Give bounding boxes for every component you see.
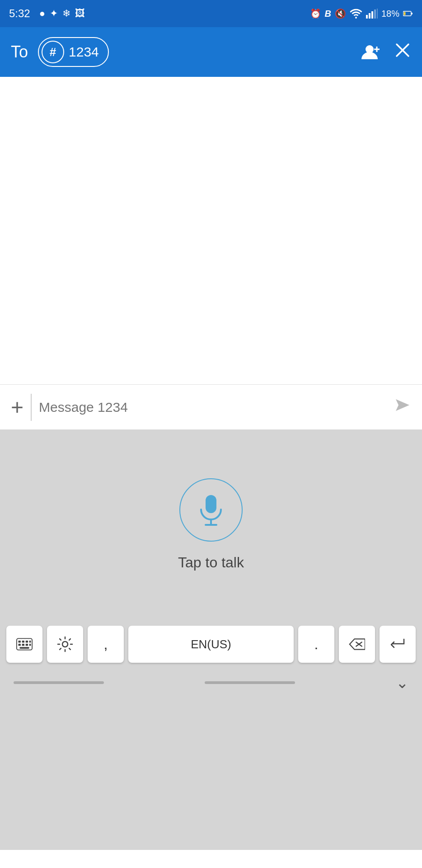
tap-to-talk-label: Tap to talk — [178, 554, 244, 571]
svg-rect-7 — [411, 13, 413, 14]
keyboard-settings-key[interactable] — [47, 626, 83, 663]
settings-icon — [57, 636, 73, 652]
battery-percent: 18% — [381, 9, 399, 19]
period-key[interactable]: . — [298, 626, 334, 663]
svg-rect-2 — [371, 11, 373, 19]
svg-rect-0 — [366, 15, 368, 19]
alarm-icon: ⏰ — [310, 8, 321, 19]
status-left: 5:32 ● ✦ ❄ 🖼 — [9, 7, 85, 20]
send-icon — [394, 397, 411, 413]
backspace-icon — [349, 636, 365, 652]
svg-point-27 — [62, 642, 68, 647]
to-label: To — [11, 42, 28, 61]
add-person-icon — [361, 44, 380, 60]
add-attachment-button[interactable]: + — [11, 396, 23, 418]
svg-rect-18 — [19, 641, 21, 643]
keyboard-hide-button[interactable]: ⌄ — [396, 674, 408, 692]
comma-key[interactable]: , — [88, 626, 124, 663]
snowflake-icon: ❄ — [62, 8, 70, 19]
plus-icon: + — [11, 395, 23, 419]
send-button[interactable] — [394, 397, 411, 417]
input-divider — [31, 394, 32, 421]
svg-rect-21 — [29, 641, 31, 643]
svg-rect-26 — [19, 647, 29, 649]
battery-icon — [403, 10, 413, 17]
header-bar: To # 1234 — [0, 27, 422, 77]
header-actions — [361, 42, 411, 63]
period-label: . — [314, 636, 319, 653]
keyboard-icon — [16, 636, 33, 652]
enter-icon — [389, 636, 406, 652]
voice-section: Tap to talk — [0, 429, 422, 619]
add-person-button[interactable] — [361, 44, 380, 60]
bottom-nav-bar: ⌄ — [0, 669, 422, 701]
message-input-bar: + — [0, 384, 422, 429]
status-bar: 5:32 ● ✦ ❄ 🖼 ⏰ B 🔇 18% — [0, 0, 422, 27]
status-time: 5:32 — [9, 7, 30, 20]
message-text-input[interactable] — [39, 400, 387, 415]
chip-number: 1234 — [69, 44, 99, 60]
svg-rect-19 — [22, 641, 24, 643]
svg-rect-14 — [206, 495, 216, 513]
svg-rect-1 — [369, 13, 370, 19]
mic-button[interactable] — [179, 478, 243, 542]
wifi-icon — [350, 9, 362, 19]
message-area — [0, 77, 422, 384]
keyboard-bottom-row: , EN(US) . — [0, 619, 422, 669]
comma-label: , — [104, 636, 108, 653]
svg-rect-6 — [404, 12, 406, 15]
nav-indicator-left — [14, 681, 104, 684]
slack-icon: ✦ — [50, 8, 58, 19]
svg-rect-22 — [19, 644, 21, 646]
chip-hash: # — [50, 45, 56, 59]
spotify-icon: ● — [39, 8, 45, 19]
language-key[interactable]: EN(US) — [128, 626, 294, 663]
svg-rect-24 — [26, 644, 28, 646]
language-label: EN(US) — [191, 637, 231, 651]
close-button[interactable] — [394, 42, 411, 63]
nav-indicator-center — [205, 681, 295, 684]
mute-icon: 🔇 — [335, 8, 346, 19]
chip-hash-circle: # — [42, 41, 64, 63]
status-right: ⏰ B 🔇 18% — [310, 8, 413, 19]
svg-rect-3 — [374, 9, 376, 19]
svg-rect-23 — [22, 644, 24, 646]
svg-rect-20 — [26, 641, 28, 643]
close-icon — [394, 42, 411, 59]
keyboard-area: Tap to talk , — [0, 429, 422, 850]
svg-rect-25 — [29, 644, 31, 646]
bluetooth-icon: B — [325, 9, 331, 19]
image-icon: 🖼 — [75, 8, 85, 19]
enter-key[interactable] — [380, 626, 416, 663]
signal-icon — [366, 9, 378, 19]
keyboard-toggle-key[interactable] — [6, 626, 42, 663]
mic-icon — [197, 494, 225, 526]
backspace-key[interactable] — [339, 626, 375, 663]
recipient-chip[interactable]: # 1234 — [38, 37, 109, 67]
svg-rect-4 — [377, 9, 378, 19]
svg-marker-13 — [396, 399, 409, 411]
